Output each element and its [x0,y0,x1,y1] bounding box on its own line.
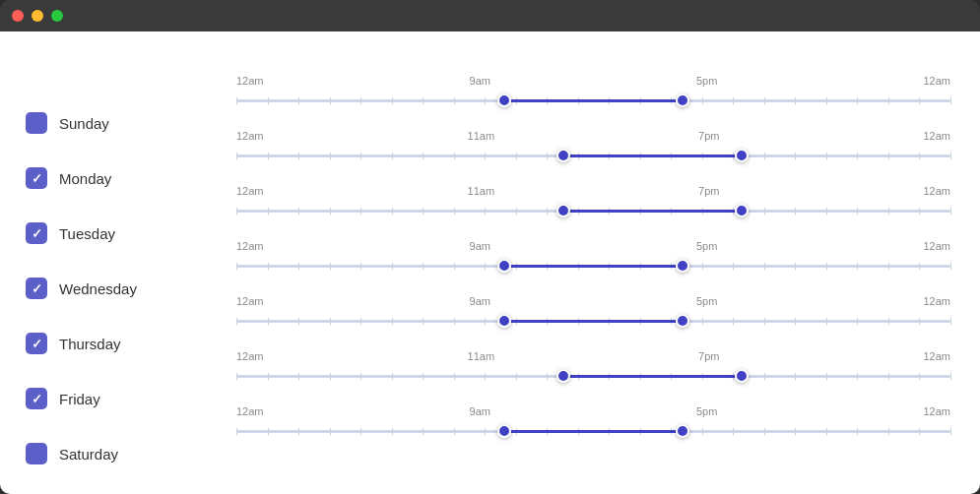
time-labels: 12am 9am 5pm 12am [236,295,950,307]
active-range [504,99,683,102]
slider-thumb-right[interactable] [735,149,749,162]
slider-thumb-left[interactable] [497,93,511,107]
slider-monday[interactable] [236,146,950,165]
time-labels: 12am 11am 7pm 12am [236,350,950,362]
time-label-end: 12am [923,350,950,362]
main-content: Sunday✓Monday✓Tuesday✓Wednesday✓Thursday… [0,31,980,494]
tick-mark [423,97,424,104]
tick-mark [330,208,331,215]
tick-mark [950,263,951,270]
slider-sunday[interactable] [236,91,950,110]
time-label-mid2: 7pm [698,130,719,142]
slider-thursday[interactable] [236,311,950,331]
tick-mark [950,97,951,104]
slider-thumb-right[interactable] [676,259,689,273]
schedule-row-thursday: 12am 9am 5pm 12am [236,293,950,348]
tick-mark [423,428,424,435]
tick-mark [360,153,361,159]
time-label-end: 12am [923,405,950,417]
tick-mark [236,153,237,159]
slider-thumb-right[interactable] [676,93,689,107]
slider-thumb-right[interactable] [735,204,749,217]
tick-mark [826,263,827,270]
tick-mark [485,153,486,159]
tick-mark [454,428,455,435]
checkbox-sunday[interactable] [26,112,47,134]
checkbox-monday[interactable]: ✓ [26,167,47,189]
tick-mark [423,318,424,325]
time-label-end: 12am [923,130,950,142]
tick-mark [236,263,237,270]
tick-mark [857,208,858,215]
day-label-tuesday: Tuesday [59,225,115,242]
time-label-start: 12am [236,240,264,252]
sidebar-item-tuesday[interactable]: ✓Tuesday [20,206,217,261]
slider-thumb-left[interactable] [497,314,511,328]
tick-mark [236,373,237,380]
slider-thumb-left[interactable] [556,149,570,162]
tick-mark [950,428,951,435]
checkbox-thursday[interactable]: ✓ [26,333,47,354]
active-range [563,375,742,378]
time-label-mid1: 11am [468,350,495,362]
checkbox-friday[interactable]: ✓ [26,388,47,409]
slider-thumb-right[interactable] [676,314,689,328]
checkbox-tuesday[interactable]: ✓ [26,222,47,244]
slider-friday[interactable] [236,366,950,386]
time-labels: 12am 9am 5pm 12am [236,405,950,417]
time-labels: 12am 9am 5pm 12am [236,75,950,87]
tick-mark [764,263,765,270]
sidebar-item-monday[interactable]: ✓Monday [20,151,217,206]
time-label-start: 12am [236,405,264,417]
time-label-end: 12am [923,185,950,197]
day-label-friday: Friday [59,391,100,407]
slider-thumb-left[interactable] [497,259,511,273]
sidebar-item-wednesday[interactable]: ✓Wednesday [20,261,217,316]
tick-mark [733,318,734,325]
tick-mark [330,153,331,159]
sidebar-item-friday[interactable]: ✓Friday [20,371,217,426]
tick-mark [733,263,734,270]
tick-mark [298,208,299,215]
slider-wednesday[interactable] [236,256,950,276]
tick-mark [298,97,299,104]
slider-thumb-left[interactable] [556,369,570,383]
slider-thumb-left[interactable] [497,424,511,438]
checkmark-icon: ✓ [32,392,42,406]
tick-mark [454,373,455,380]
maximize-button[interactable] [51,10,63,22]
checkbox-wednesday[interactable]: ✓ [26,278,47,299]
tick-mark [330,263,331,270]
schedule-row-sunday: 12am 9am 5pm 12am [236,73,950,128]
tick-mark [857,263,858,270]
tick-mark [392,373,393,380]
sidebar-item-thursday[interactable]: ✓Thursday [20,316,217,371]
sidebar-item-sunday[interactable]: Sunday [20,95,217,151]
active-range [504,320,683,323]
slider-tuesday[interactable] [236,201,950,220]
time-label-mid1: 9am [470,75,490,87]
slider-saturday[interactable] [236,421,950,441]
tick-mark [516,208,517,215]
tick-mark [702,428,703,435]
checkbox-saturday[interactable] [26,443,47,464]
tick-mark [485,318,486,325]
tick-mark [392,97,393,104]
slider-thumb-right[interactable] [735,369,749,383]
time-label-start: 12am [236,130,264,142]
close-button[interactable] [12,10,24,22]
tick-mark [764,373,765,380]
tick-mark [236,208,237,215]
minimize-button[interactable] [32,10,43,22]
checkmark-icon: ✓ [32,337,42,351]
time-label-mid2: 5pm [696,75,717,87]
tick-mark [950,373,951,380]
tick-mark [392,208,393,215]
slider-thumb-left[interactable] [556,204,570,217]
sidebar-item-saturday[interactable]: Saturday [20,426,217,481]
day-label-saturday: Saturday [59,446,118,463]
slider-thumb-right[interactable] [676,424,689,438]
tick-mark [268,428,269,435]
time-label-mid2: 7pm [698,350,719,362]
tick-mark [454,263,455,270]
